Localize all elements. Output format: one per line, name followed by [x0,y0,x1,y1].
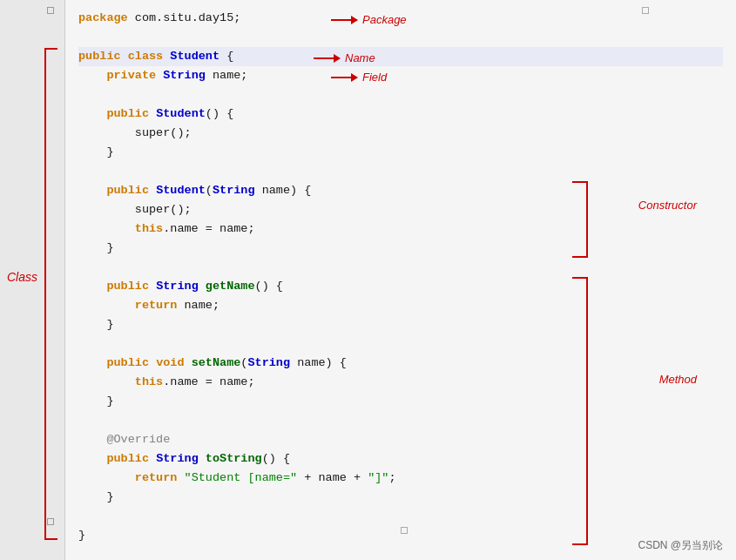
small-square-bottom [47,518,54,525]
code-line-25: } [78,488,723,507]
code-line-blank-6 [78,411,723,430]
code-line-19: this.name = name; [78,373,723,392]
method-label: Method [659,373,697,386]
code-line-20: } [78,392,723,411]
field-label: Field [362,68,387,87]
code-line-9: public Student(String name) { [78,181,723,200]
code-line-2: public class Student { [78,47,723,66]
code-line-24: return "Student [name=" + name + "]"; [78,469,723,488]
code-line-3: private String name; [78,66,723,85]
package-arrow: Package [331,10,407,30]
class-bracket [44,48,57,540]
code-line-5: public Student() { [78,105,723,124]
code-line-7: } [78,143,723,162]
code-line-22: @Override [78,430,723,449]
left-gutter: Class [0,0,65,560]
code-line-18: public void setName(String name) { [78,354,723,373]
code-line-blank-5 [78,334,723,354]
constructor-bracket [572,181,588,258]
code-line-12: } [78,239,723,258]
method-bracket [572,277,588,545]
code-line-6: super(); [78,124,723,143]
constructor-label: Constructor [638,199,697,212]
main-container: Class package com.situ.day15; Package pu… [0,0,736,560]
code-line-blank-7 [78,507,723,526]
code-line-blank-1 [78,28,723,47]
name-label: Name [345,49,375,68]
small-square-top [47,7,54,14]
code-line-11: this.name = name; [78,219,723,239]
name-arrow: Name [314,49,375,68]
watermark: CSDN @另当别论 [638,538,723,553]
code-line-blank-2 [78,85,723,105]
code-area: package com.situ.day15; Package public c… [65,0,736,560]
class-label: Class [7,270,37,284]
code-line-14: public String getName() { [78,277,723,296]
code-line-16: } [78,315,723,334]
bottom-small-square-code [401,527,408,534]
code-line-blank-3 [78,162,723,181]
code-line-15: return name; [78,296,723,315]
code-line-23: public String toString() { [78,449,723,469]
package-label: Package [362,10,407,30]
field-arrow: Field [331,68,387,87]
code-line-10: super(); [78,200,723,219]
code-line-blank-4 [78,258,723,277]
